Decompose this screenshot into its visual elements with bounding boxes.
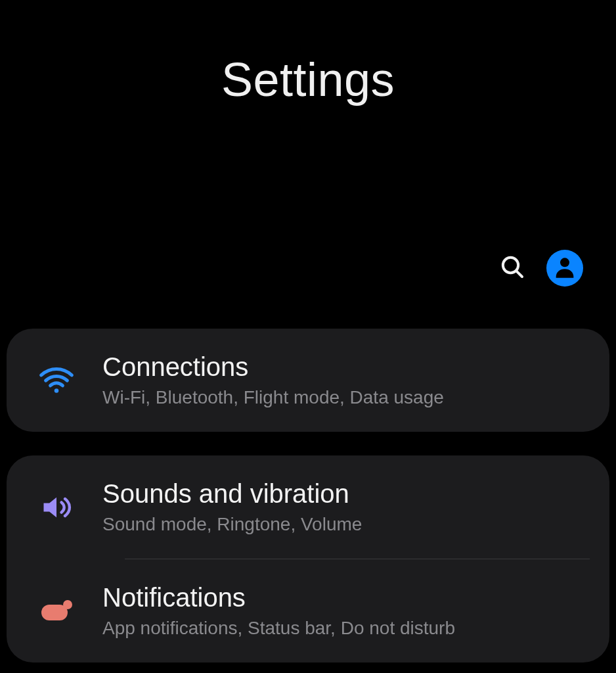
card-connections: Connections Wi-Fi, Bluetooth, Flight mod… xyxy=(7,329,609,432)
notification-badge-icon xyxy=(30,598,83,624)
toolbar xyxy=(496,250,583,287)
svg-point-3 xyxy=(55,388,59,393)
svg-point-2 xyxy=(560,258,569,267)
row-connections-text: Connections Wi-Fi, Bluetooth, Flight mod… xyxy=(83,352,583,408)
page-title: Settings xyxy=(0,53,616,106)
svg-point-5 xyxy=(63,600,72,609)
row-connections[interactable]: Connections Wi-Fi, Bluetooth, Flight mod… xyxy=(7,329,609,432)
row-connections-subtitle: Wi-Fi, Bluetooth, Flight mode, Data usag… xyxy=(102,387,583,408)
search-icon xyxy=(499,254,525,283)
row-connections-title: Connections xyxy=(102,352,583,382)
search-button[interactable] xyxy=(496,252,528,284)
row-sounds-subtitle: Sound mode, Ringtone, Volume xyxy=(102,514,583,535)
settings-list: Connections Wi-Fi, Bluetooth, Flight mod… xyxy=(7,329,609,673)
speaker-icon xyxy=(30,490,83,524)
svg-line-1 xyxy=(516,271,522,277)
row-sounds[interactable]: Sounds and vibration Sound mode, Rington… xyxy=(7,455,609,559)
wifi-icon xyxy=(30,362,83,399)
row-notifications-title: Notifications xyxy=(102,583,583,613)
row-notifications[interactable]: Notifications App notifications, Status … xyxy=(7,559,609,662)
account-avatar[interactable] xyxy=(546,250,583,287)
row-notifications-text: Notifications App notifications, Status … xyxy=(83,583,583,639)
row-sounds-text: Sounds and vibration Sound mode, Rington… xyxy=(83,479,583,535)
person-icon xyxy=(552,254,578,283)
row-notifications-subtitle: App notifications, Status bar, Do not di… xyxy=(102,618,583,639)
card-sounds-notifications: Sounds and vibration Sound mode, Rington… xyxy=(7,455,609,662)
row-sounds-title: Sounds and vibration xyxy=(102,479,583,509)
